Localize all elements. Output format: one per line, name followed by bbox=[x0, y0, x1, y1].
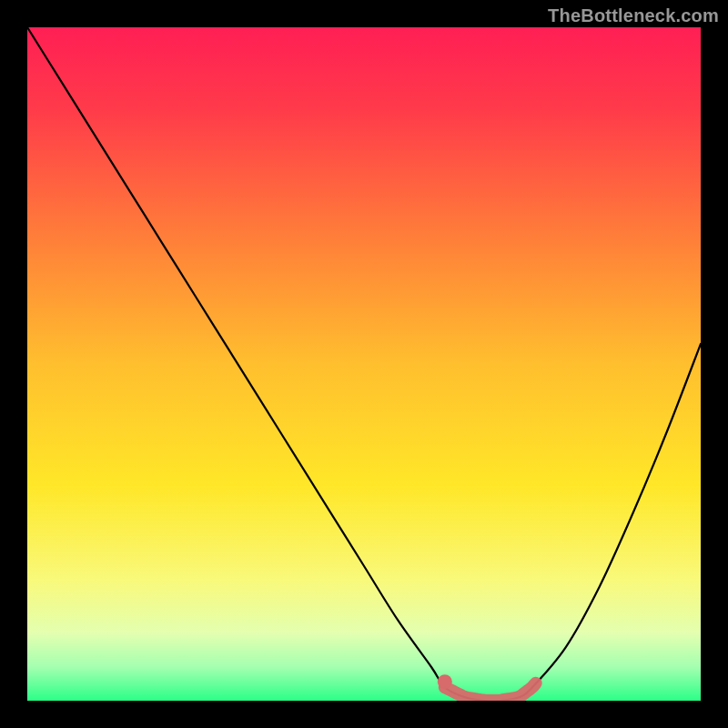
optimal-range-start-dot bbox=[438, 674, 452, 689]
attribution-label: TheBottleneck.com bbox=[548, 5, 719, 26]
chart-container: TheBottleneck.com bbox=[0, 0, 728, 728]
bottleneck-chart bbox=[0, 0, 728, 728]
chart-background bbox=[27, 27, 701, 701]
